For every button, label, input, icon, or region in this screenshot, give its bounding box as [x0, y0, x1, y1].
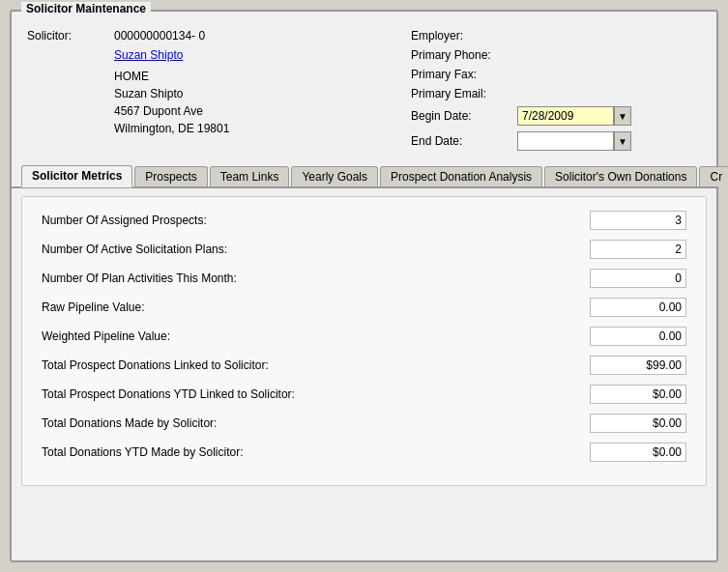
metric-label: Raw Pipeline Value:: [42, 300, 590, 314]
begin-date-row: Begin Date: ▼: [411, 106, 701, 126]
address-line4: Wilmington, DE 19801: [114, 120, 392, 137]
metric-row: Total Donations YTD Made by Solicitor:$0…: [42, 443, 686, 462]
end-date-row: End Date: ▼: [411, 131, 701, 151]
tab-solicitors-own-donations[interactable]: Solicitor's Own Donations: [544, 166, 697, 186]
solicitor-maintenance-panel: Solicitor Maintenance Solicitor: 0000000…: [10, 10, 718, 562]
metric-value: 2: [590, 240, 686, 259]
metric-value: 0: [590, 269, 686, 288]
employer-row: Employer:: [411, 29, 701, 43]
metric-value: 0.00: [590, 298, 686, 317]
metric-label: Number Of Active Solicitation Plans:: [42, 243, 590, 256]
tab-prospect-donation-analysis[interactable]: Prospect Donation Analysis: [380, 166, 542, 186]
employer-label: Employer:: [411, 29, 517, 43]
primary-phone-row: Primary Phone:: [411, 48, 701, 62]
metric-row: Total Prospect Donations Linked to Solic…: [42, 356, 686, 375]
solicitor-label: Solicitor:: [27, 29, 114, 43]
metric-label: Total Prospect Donations Linked to Solic…: [42, 358, 590, 372]
tab-yearly-goals[interactable]: Yearly Goals: [291, 166, 378, 186]
solicitor-id2: 0: [198, 29, 205, 43]
primary-fax-label: Primary Fax:: [411, 68, 517, 81]
metric-row: Total Prospect Donations YTD Linked to S…: [42, 385, 686, 404]
end-date-input[interactable]: [517, 131, 614, 151]
metric-value: $0.00: [590, 385, 686, 404]
metric-row: Weighted Pipeline Value:0.00: [42, 327, 686, 346]
solicitor-name-link[interactable]: Suzan Shipto: [114, 48, 183, 62]
metric-row: Number Of Assigned Prospects:3: [42, 211, 686, 230]
metric-label: Total Donations YTD Made by Solicitor:: [42, 445, 590, 459]
metric-label: Total Donations Made by Solicitor:: [42, 416, 590, 430]
tab-team-links[interactable]: Team Links: [210, 166, 290, 186]
begin-date-label: Begin Date:: [411, 109, 517, 123]
begin-date-input[interactable]: [517, 106, 614, 126]
tab-cr[interactable]: Cr: [699, 166, 728, 186]
right-info-section: Employer: Primary Phone: Primary Fax: Pr…: [411, 29, 701, 157]
metric-label: Number Of Assigned Prospects:: [42, 214, 590, 227]
metric-value: $99.00: [590, 356, 686, 375]
primary-email-row: Primary Email:: [411, 87, 701, 100]
metric-label: Number Of Plan Activities This Month:: [42, 272, 590, 285]
metric-row: Total Donations Made by Solicitor:$0.00: [42, 414, 686, 433]
solicitor-id-row: Solicitor: 000000000134- 0: [27, 29, 392, 43]
metric-row: Raw Pipeline Value:0.00: [42, 298, 686, 317]
address-line1: HOME: [114, 68, 392, 85]
address-line3: 4567 Dupont Ave: [114, 102, 392, 120]
metric-row: Number Of Plan Activities This Month:0: [42, 269, 686, 288]
panel-title: Solicitor Maintenance: [21, 2, 151, 15]
address-line2: Suzan Shipto: [114, 85, 392, 102]
begin-date-dropdown[interactable]: ▼: [614, 106, 631, 126]
solicitor-address: HOME Suzan Shipto 4567 Dupont Ave Wilmin…: [114, 68, 392, 137]
primary-fax-row: Primary Fax:: [411, 68, 701, 81]
tab-prospects[interactable]: Prospects: [134, 166, 207, 186]
solicitor-id: 000000000134-: [114, 29, 195, 43]
metric-value: 0.00: [590, 327, 686, 346]
metrics-content: Number Of Assigned Prospects:3Number Of …: [21, 196, 707, 486]
left-info-section: Solicitor: 000000000134- 0 Suzan Shipto …: [27, 29, 392, 157]
metric-value: $0.00: [590, 414, 686, 433]
tab-solicitor-metrics[interactable]: Solicitor Metrics: [21, 165, 132, 187]
metric-value: $0.00: [590, 443, 686, 462]
primary-phone-label: Primary Phone:: [411, 48, 517, 62]
primary-email-label: Primary Email:: [411, 87, 517, 100]
metric-label: Weighted Pipeline Value:: [42, 329, 590, 343]
end-date-dropdown[interactable]: ▼: [614, 131, 631, 151]
tab-bar: Solicitor Metrics Prospects Team Links Y…: [12, 164, 716, 188]
metric-value: 3: [590, 211, 686, 230]
metric-row: Number Of Active Solicitation Plans:2: [42, 240, 686, 259]
metric-label: Total Prospect Donations YTD Linked to S…: [42, 387, 590, 401]
end-date-label: End Date:: [411, 134, 517, 148]
